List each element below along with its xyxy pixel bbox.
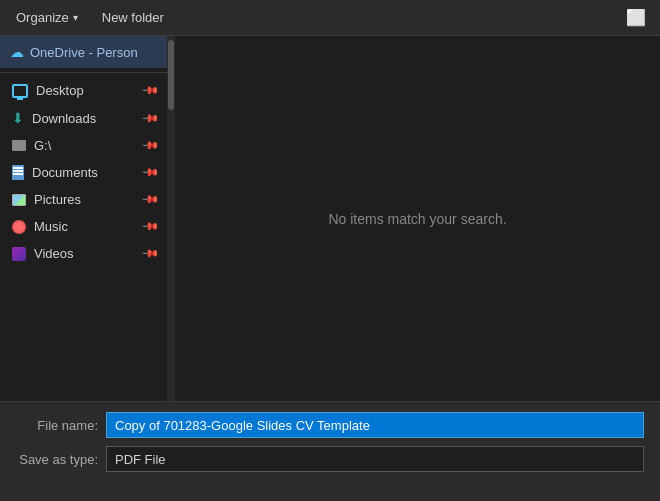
sidebar: ☁ OneDrive - Person Desktop 📌 ⬇ Download… xyxy=(0,36,167,401)
organize-chevron-icon: ▾ xyxy=(73,12,78,23)
file-name-input[interactable] xyxy=(106,412,644,438)
sidebar-item-documents[interactable]: Documents 📌 xyxy=(0,159,167,186)
drive-icon xyxy=(12,140,26,151)
documents-label: Documents xyxy=(32,165,98,180)
organize-button[interactable]: Organize ▾ xyxy=(8,6,86,29)
pin-icon-music: 📌 xyxy=(140,217,159,236)
pin-icon-downloads: 📌 xyxy=(140,108,159,127)
content-area: No items match your search. xyxy=(175,36,660,401)
drive-g-label: G:\ xyxy=(34,138,51,153)
downloads-label: Downloads xyxy=(32,111,96,126)
videos-icon xyxy=(12,247,26,261)
videos-label: Videos xyxy=(34,246,74,261)
file-name-label: File name: xyxy=(16,418,106,433)
toolbar: Organize ▾ New folder ⬜ xyxy=(0,0,660,36)
sidebar-scrollbar-thumb xyxy=(168,40,174,110)
pin-icon-desktop: 📌 xyxy=(140,81,159,100)
empty-message: No items match your search. xyxy=(328,211,506,227)
new-folder-label: New folder xyxy=(102,10,164,25)
main-layout: ☁ OneDrive - Person Desktop 📌 ⬇ Download… xyxy=(0,36,660,401)
sidebar-item-desktop[interactable]: Desktop 📌 xyxy=(0,77,167,104)
sidebar-divider-1 xyxy=(0,72,167,73)
pin-icon-pictures: 📌 xyxy=(140,190,159,209)
pin-icon-videos: 📌 xyxy=(140,244,159,263)
music-label: Music xyxy=(34,219,68,234)
save-as-type-label: Save as type: xyxy=(16,452,106,467)
pictures-label: Pictures xyxy=(34,192,81,207)
sidebar-item-music[interactable]: Music 📌 xyxy=(0,213,167,240)
file-name-row: File name: xyxy=(16,412,644,438)
organize-label: Organize xyxy=(16,10,69,25)
pin-icon-drive: 📌 xyxy=(140,136,159,155)
sidebar-onedrive-header[interactable]: ☁ OneDrive - Person xyxy=(0,36,167,68)
documents-icon xyxy=(12,165,24,180)
sidebar-item-videos[interactable]: Videos 📌 xyxy=(0,240,167,267)
sidebar-item-pictures[interactable]: Pictures 📌 xyxy=(0,186,167,213)
new-folder-button[interactable]: New folder xyxy=(94,6,172,29)
save-as-type-row: Save as type: xyxy=(16,446,644,472)
maximize-button[interactable]: ⬜ xyxy=(620,6,652,29)
cloud-icon: ☁ xyxy=(10,44,24,60)
pin-icon-documents: 📌 xyxy=(140,163,159,182)
desktop-icon xyxy=(12,84,28,98)
pictures-icon xyxy=(12,194,26,206)
sidebar-item-downloads[interactable]: ⬇ Downloads 📌 xyxy=(0,104,167,132)
download-icon: ⬇ xyxy=(12,110,24,126)
sidebar-item-drive-g[interactable]: G:\ 📌 xyxy=(0,132,167,159)
music-icon xyxy=(12,220,26,234)
sidebar-scrollbar[interactable] xyxy=(167,36,175,401)
save-as-type-input[interactable] xyxy=(106,446,644,472)
maximize-icon: ⬜ xyxy=(626,8,646,27)
bottom-form-area: File name: Save as type: xyxy=(0,401,660,501)
sidebar-container: ☁ OneDrive - Person Desktop 📌 ⬇ Download… xyxy=(0,36,175,401)
desktop-label: Desktop xyxy=(36,83,84,98)
sidebar-header-label: OneDrive - Person xyxy=(30,45,138,60)
